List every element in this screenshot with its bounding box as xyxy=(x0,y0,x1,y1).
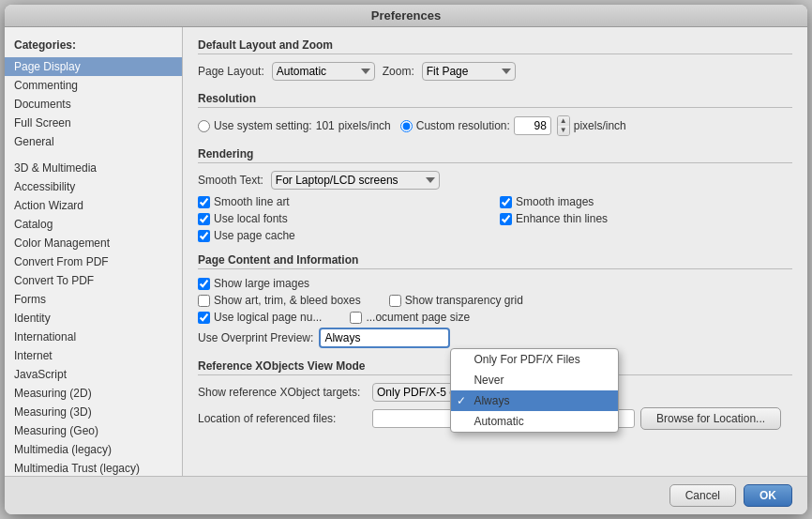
sidebar: Categories: Page Display Commenting Docu… xyxy=(5,27,183,476)
show-art-trim-row: Show art, trim, & bleed boxes xyxy=(198,294,361,307)
smooth-line-art-checkbox[interactable] xyxy=(198,196,210,208)
smooth-text-select[interactable]: For Laptop/LCD screens For Monitor None xyxy=(271,171,440,190)
overprint-label: Use Overprint Preview: xyxy=(198,331,313,344)
smooth-images-label: Smooth images xyxy=(516,195,594,208)
overprint-dropdown: Only For PDF/X Files Never ✓ Always Auto… xyxy=(450,348,619,433)
show-art-trim-checkbox[interactable] xyxy=(198,295,210,307)
zoom-select[interactable]: Fit Page Actual Size 50% 75% 100% 125% 1… xyxy=(422,62,516,81)
sidebar-item-full-screen[interactable]: Full Screen xyxy=(5,114,182,132)
enhance-thin-lines-row: Enhance thin lines xyxy=(500,212,792,225)
layout-zoom-section-title: Default Layout and Zoom xyxy=(198,38,792,54)
use-logical-page-label: Use logical page nu... xyxy=(214,311,322,324)
sidebar-item-documents[interactable]: Documents xyxy=(5,95,182,114)
overprint-select-container: Only For PDF/X Files Never Always Automa… xyxy=(319,328,450,348)
resolution-spinner-up[interactable]: ▲ xyxy=(558,116,569,126)
sidebar-item-internet[interactable]: Internet xyxy=(5,346,182,365)
enhance-thin-lines-checkbox[interactable] xyxy=(500,213,512,225)
show-transparency-grid-checkbox[interactable] xyxy=(389,295,401,307)
show-art-trim-label: Show art, trim, & bleed boxes xyxy=(214,294,361,307)
layout-zoom-row: Page Layout: Automatic Single Page Two-U… xyxy=(198,62,792,81)
sidebar-item-multimedia-legacy[interactable]: Multimedia (legacy) xyxy=(5,440,182,459)
page-content-section-title: Page Content and Information xyxy=(198,253,792,269)
use-page-cache-checkbox[interactable] xyxy=(198,230,210,242)
resolution-spinner-down[interactable]: ▼ xyxy=(558,126,569,135)
custom-resolution-radio[interactable] xyxy=(400,120,413,132)
resolution-spinner: ▲ ▼ xyxy=(557,115,570,136)
dropdown-item-always[interactable]: ✓ Always xyxy=(451,390,618,411)
dialog-body: Categories: Page Display Commenting Docu… xyxy=(5,27,807,476)
dropdown-item-automatic[interactable]: Automatic xyxy=(451,411,618,432)
custom-resolution-label: Custom resolution: xyxy=(416,119,510,132)
sidebar-item-page-display[interactable]: Page Display xyxy=(5,57,182,76)
main-content: Default Layout and Zoom Page Layout: Aut… xyxy=(183,27,807,476)
overprint-row: Use Overprint Preview: Only For PDF/X Fi… xyxy=(198,328,792,348)
enhance-thin-lines-label: Enhance thin lines xyxy=(516,212,608,225)
system-pixels-value: 101 xyxy=(316,119,335,132)
show-transparency-grid-label: Show transparency grid xyxy=(405,294,523,307)
use-system-label: Use system setting: xyxy=(214,119,312,132)
sidebar-item-forms[interactable]: Forms xyxy=(5,290,182,309)
use-local-fonts-label: Use local fonts xyxy=(214,212,288,225)
use-system-radio[interactable] xyxy=(198,120,210,132)
smooth-text-label: Smooth Text: xyxy=(198,174,263,187)
show-large-images-label: Show large images xyxy=(214,277,309,290)
document-page-size-checkbox[interactable] xyxy=(350,312,362,324)
sidebar-header: Categories: xyxy=(5,35,182,57)
ok-button[interactable]: OK xyxy=(744,484,792,507)
page-layout-select[interactable]: Automatic Single Page Two-Up (Facing) Tw… xyxy=(272,62,375,81)
document-page-size-row: ...ocument page size xyxy=(350,311,470,324)
two-col-row: Show art, trim, & bleed boxes Show trans… xyxy=(198,294,792,307)
page-content-checkboxes: Show large images Show art, trim, & blee… xyxy=(198,277,792,324)
document-page-size-label: ...ocument page size xyxy=(366,311,470,324)
smooth-images-row: Smooth images xyxy=(500,195,792,208)
sidebar-item-convert-from-pdf[interactable]: Convert From PDF xyxy=(5,252,182,271)
use-system-radio-group: Use system setting: 101 pixels/inch xyxy=(198,119,391,132)
checkmark-icon: ✓ xyxy=(457,394,466,407)
show-large-images-checkbox[interactable] xyxy=(198,278,210,290)
sidebar-item-multimedia-trust[interactable]: Multimedia Trust (legacy) xyxy=(5,459,182,476)
use-local-fonts-checkbox[interactable] xyxy=(198,213,210,225)
custom-resolution-input[interactable] xyxy=(514,116,551,135)
title-bar: Preferences xyxy=(5,5,807,27)
page-layout-label: Page Layout: xyxy=(198,65,264,78)
dropdown-item-only-pdf-x[interactable]: Only For PDF/X Files xyxy=(451,349,618,370)
sidebar-item-identity[interactable]: Identity xyxy=(5,309,182,328)
resolution-row: Use system setting: 101 pixels/inch Cust… xyxy=(198,115,792,136)
sidebar-item-general[interactable]: General xyxy=(5,132,182,151)
sidebar-item-measuring-3d[interactable]: Measuring (3D) xyxy=(5,403,182,421)
custom-pixels-unit: pixels/inch xyxy=(574,119,626,132)
sidebar-item-measuring-geo[interactable]: Measuring (Geo) xyxy=(5,421,182,440)
sidebar-item-commenting[interactable]: Commenting xyxy=(5,76,182,95)
use-logical-page-row: Use logical page nu... xyxy=(198,311,322,324)
sidebar-item-3d-multimedia[interactable]: 3D & Multimedia xyxy=(5,159,182,177)
dialog-title: Preferences xyxy=(371,8,441,23)
overprint-select[interactable]: Only For PDF/X Files Never Always Automa… xyxy=(319,328,450,348)
dropdown-item-never[interactable]: Never xyxy=(451,370,618,390)
sidebar-item-international[interactable]: International xyxy=(5,328,182,346)
rendering-section: Rendering Smooth Text: For Laptop/LCD sc… xyxy=(198,147,792,242)
smooth-text-row: Smooth Text: For Laptop/LCD screens For … xyxy=(198,171,792,190)
cancel-button[interactable]: Cancel xyxy=(669,484,736,507)
sidebar-item-color-management[interactable]: Color Management xyxy=(5,234,182,252)
sidebar-item-catalog[interactable]: Catalog xyxy=(5,215,182,234)
use-page-cache-row: Use page cache xyxy=(198,229,490,242)
smooth-line-art-row: Smooth line art xyxy=(198,195,490,208)
sidebar-item-convert-to-pdf[interactable]: Convert To PDF xyxy=(5,271,182,290)
logical-page-row: Use logical page nu... ...ocument page s… xyxy=(198,311,792,324)
sidebar-item-action-wizard[interactable]: Action Wizard xyxy=(5,196,182,215)
browse-location-button[interactable]: Browse for Location... xyxy=(640,407,781,430)
show-transparency-grid-row: Show transparency grid xyxy=(389,294,523,307)
use-page-cache-label: Use page cache xyxy=(214,229,295,242)
dialog-footer: Cancel OK xyxy=(5,476,807,514)
custom-resolution-radio-group: Custom resolution: ▲ ▼ pixels/inch xyxy=(400,115,626,136)
sidebar-item-accessibility[interactable]: Accessibility xyxy=(5,177,182,196)
page-content-section: Page Content and Information Show large … xyxy=(198,253,792,348)
resolution-section: Resolution Use system setting: 101 pixel… xyxy=(198,92,792,136)
preferences-dialog: Preferences Categories: Page Display Com… xyxy=(5,5,807,514)
sidebar-item-measuring-2d[interactable]: Measuring (2D) xyxy=(5,384,182,403)
smooth-line-art-label: Smooth line art xyxy=(214,195,290,208)
smooth-images-checkbox[interactable] xyxy=(500,196,512,208)
sidebar-item-javascript[interactable]: JavaScript xyxy=(5,365,182,384)
system-pixels-unit: pixels/inch xyxy=(338,119,391,132)
use-logical-page-checkbox[interactable] xyxy=(198,312,210,324)
